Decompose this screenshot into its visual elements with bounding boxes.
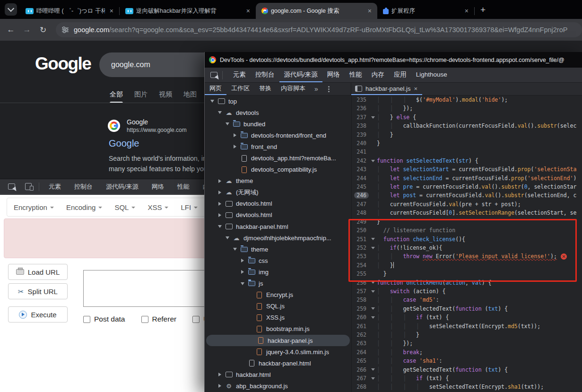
chevron-down-icon[interactable] (240, 282, 245, 285)
chevron-right-icon[interactable] (217, 373, 223, 376)
devtools-tab[interactable]: Lighthouse (411, 68, 452, 82)
tab-close-icon[interactable]: × (366, 7, 374, 15)
tab-close-icon[interactable]: × (463, 7, 470, 15)
chevron-down-icon[interactable] (217, 225, 223, 228)
chevron-right-icon[interactable] (232, 145, 238, 148)
tree-row[interactable]: hackbar-panel.html (205, 357, 351, 369)
google-logo[interactable]: Google (35, 54, 91, 74)
browser-tab[interactable]: 扩展程序× (377, 3, 474, 19)
navigator-tab[interactable]: 替换 (254, 83, 276, 95)
tree-row[interactable]: devtools-frontend/front_end (205, 130, 351, 141)
search-nav-tab[interactable]: 全部 (110, 90, 123, 103)
tree-row[interactable]: jquery-3.4.0.slim.min.js (205, 346, 351, 357)
tree-row[interactable]: front_end (205, 141, 351, 152)
tree-row[interactable]: img (205, 266, 351, 278)
fold-arrow-icon[interactable] (369, 377, 377, 380)
back-button[interactable]: ← (3, 25, 19, 35)
tree-row[interactable]: hackbar-panel.html (205, 221, 351, 232)
checkbox-user-agent[interactable] (192, 316, 200, 323)
toggle-navigator-icon[interactable] (355, 86, 362, 92)
chevron-right-icon[interactable] (217, 202, 223, 206)
overflow-tabs-button[interactable]: » (310, 83, 322, 95)
tree-row[interactable]: SQL.js (205, 301, 351, 312)
navigator-menu-icon[interactable] (322, 83, 335, 95)
tree-row[interactable]: ☁(无网域) (205, 187, 351, 198)
tree-row[interactable]: css (205, 255, 351, 266)
hackbar-menu-encoding[interactable]: Encoding (66, 203, 103, 211)
tree-row[interactable]: ☁devtools (205, 107, 351, 118)
docked-devtools-tab[interactable]: 网络 (152, 183, 164, 191)
tree-row[interactable]: devtools_app.html?remoteBa... (205, 152, 351, 164)
tree-row[interactable]: devtools.html (205, 198, 351, 209)
code-editor[interactable]: 235│ │ │ $('#myModal').modal('hide');236… (351, 96, 582, 392)
chevron-right-icon[interactable] (217, 213, 223, 217)
tree-row[interactable]: theme (205, 244, 351, 255)
search-nav-tab[interactable]: 视频 (159, 90, 172, 103)
devtools-tab[interactable]: 网络 (322, 68, 345, 82)
editor-file-tab[interactable]: hackbar-panel.js × (351, 83, 422, 95)
chevron-down-icon[interactable] (217, 111, 223, 114)
hackbar-load-url-button[interactable]: Load URL (8, 264, 68, 280)
devtools-title-bar[interactable]: DevTools - devtools://devtools/bundled/d… (205, 52, 582, 68)
tree-row[interactable]: bootstrap.min.js (205, 323, 351, 335)
chevron-right-icon[interactable] (217, 384, 223, 388)
search-nav-tab[interactable]: 地图 (183, 90, 197, 103)
hackbar-menu-sql[interactable]: SQL (114, 203, 135, 211)
devtools-tab[interactable]: 元素 (228, 68, 251, 82)
tree-row[interactable]: hackbar.html (205, 369, 351, 380)
hackbar-menu-lfi[interactable]: LFI (181, 203, 198, 211)
navigator-tab[interactable]: 工作区 (226, 83, 254, 95)
fold-arrow-icon[interactable] (369, 238, 377, 240)
tree-row[interactable]: bundled (205, 118, 351, 130)
docked-devtools-tab[interactable]: 源代码/来源 (106, 183, 139, 191)
tree-row[interactable]: ⚙abp_background.js (205, 380, 351, 392)
fold-arrow-icon[interactable] (369, 116, 377, 119)
hackbar-url-textarea[interactable] (83, 270, 221, 307)
address-bar[interactable]: google.com/search?q=google.com&sca_esv=2… (56, 22, 582, 37)
close-icon[interactable]: × (414, 85, 417, 92)
fold-arrow-icon[interactable] (369, 247, 377, 249)
docked-devtools-tab[interactable]: 元素 (49, 183, 61, 191)
forward-button[interactable]: → (19, 25, 35, 35)
devtools-tab[interactable]: 控制台 (251, 68, 279, 82)
chevron-down-icon[interactable] (225, 122, 230, 125)
inspect-icon[interactable] (210, 68, 217, 82)
fold-arrow-icon[interactable] (369, 307, 377, 310)
checkbox-post-data[interactable] (83, 316, 90, 323)
new-tab-button[interactable]: + (480, 6, 486, 14)
devtools-tab[interactable]: 性能 (345, 68, 367, 82)
devtools-tab[interactable]: 内存 (367, 68, 389, 82)
hackbar-menu-xss[interactable]: XSS (148, 203, 168, 211)
reload-button[interactable]: ↻ (35, 25, 51, 35)
docked-devtools-tab[interactable]: 控制台 (74, 183, 93, 191)
browser-tab[interactable]: 逆向破解hackbar并深入理解背× (120, 3, 256, 19)
fold-arrow-icon[interactable] (369, 160, 377, 162)
chevron-right-icon[interactable] (217, 179, 223, 183)
docked-devtools-tab[interactable]: 性能 (177, 183, 190, 191)
inspect-icon[interactable] (6, 183, 17, 190)
hackbar-execute-button[interactable]: Execute (8, 306, 68, 322)
tree-row[interactable]: XSS.js (205, 312, 351, 323)
chevron-down-icon[interactable] (209, 100, 215, 103)
hackbar-menu-encryption[interactable]: Encryption (14, 203, 54, 211)
chevron-right-icon[interactable] (240, 259, 245, 262)
search-nav-tab[interactable]: 图片 (134, 90, 148, 103)
tab-search-button[interactable] (5, 3, 17, 16)
navigator-tab[interactable]: 内容脚本 (276, 83, 310, 95)
navigator-tab[interactable]: 网页 (205, 83, 226, 95)
tree-row[interactable]: ☁theme (205, 175, 351, 187)
tree-row[interactable]: js (205, 278, 351, 289)
tree-row[interactable]: devtools_compatibility.js (205, 164, 351, 175)
chevron-right-icon[interactable] (217, 191, 223, 194)
fold-arrow-icon[interactable] (369, 281, 377, 284)
devtools-tab[interactable]: 源代码/来源 (279, 68, 322, 82)
tree-row[interactable]: hackbar-panel.js (206, 335, 350, 346)
tree-row[interactable]: devtools.html (205, 209, 351, 221)
chevron-down-icon[interactable] (225, 236, 230, 239)
fold-arrow-icon[interactable] (369, 316, 377, 319)
tab-close-icon[interactable]: × (108, 7, 115, 15)
result-title-link[interactable]: Google (109, 138, 139, 149)
browser-tab[interactable]: 哔哩哔哩 ( ゜-゜)つロ 干杯~-bi× (20, 3, 119, 19)
tree-row[interactable]: Encrypt.js (205, 289, 351, 301)
devtools-tab[interactable]: 应用 (389, 68, 411, 82)
